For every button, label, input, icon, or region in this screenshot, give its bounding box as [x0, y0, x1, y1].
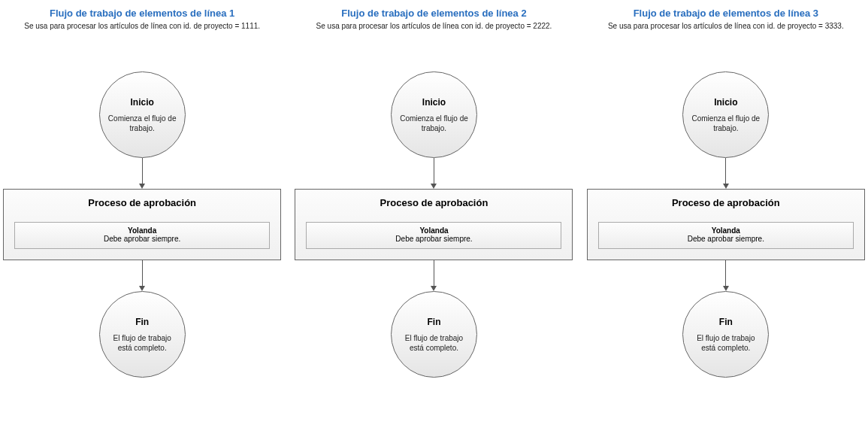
workflow-title: Flujo de trabajo de elementos de línea 3 [634, 8, 818, 19]
start-title: Inicio [714, 97, 737, 108]
start-title: Inicio [422, 97, 446, 108]
start-title: Inicio [130, 97, 153, 108]
end-title: Fin [135, 317, 149, 327]
approver-rule: Debe aprobar siempre. [599, 235, 853, 243]
approver-box: Yolanda Debe aprobar siempre. [14, 222, 270, 249]
end-text: El flujo de trabajo está completo. [689, 333, 762, 353]
workflow-subtitle: Se usa para procesar los artículos de lí… [316, 22, 552, 30]
workflow-row: Flujo de trabajo de elementos de línea 1… [0, 8, 868, 378]
start-node: Inicio Comienza el flujo de trabajo. [99, 71, 186, 158]
workflow-subtitle: Se usa para procesar los artículos de lí… [608, 22, 844, 30]
approval-process-box: Proceso de aprobación Yolanda Debe aprob… [295, 189, 573, 260]
approver-name: Yolanda [599, 226, 853, 235]
end-node: Fin El flujo de trabajo está completo. [682, 291, 769, 378]
start-text: Comienza el flujo de trabajo. [398, 114, 470, 133]
arrow-down-icon [723, 158, 729, 189]
process-title: Proceso de aprobación [672, 197, 780, 208]
end-title: Fin [427, 317, 440, 327]
end-node: Fin El flujo de trabajo está completo. [99, 291, 186, 378]
start-text: Comienza el flujo de trabajo. [106, 114, 179, 133]
end-text: El flujo de trabajo está completo. [398, 333, 470, 353]
process-title: Proceso de aprobación [88, 197, 196, 208]
process-title: Proceso de aprobación [380, 197, 488, 208]
approver-name: Yolanda [307, 226, 561, 235]
workflow-col-1: Flujo de trabajo de elementos de línea 1… [3, 8, 281, 378]
approver-rule: Debe aprobar siempre. [307, 235, 561, 243]
approver-rule: Debe aprobar siempre. [15, 235, 269, 243]
approver-name: Yolanda [15, 226, 269, 235]
end-title: Fin [719, 317, 733, 327]
arrow-down-icon [723, 260, 729, 291]
start-text: Comienza el flujo de trabajo. [689, 114, 762, 133]
approver-box: Yolanda Debe aprobar siempre. [306, 222, 561, 249]
arrow-down-icon [431, 158, 437, 189]
workflow-title: Flujo de trabajo de elementos de línea 1 [50, 8, 234, 19]
approver-box: Yolanda Debe aprobar siempre. [598, 222, 854, 249]
start-node: Inicio Comienza el flujo de trabajo. [391, 71, 477, 158]
end-node: Fin El flujo de trabajo está completo. [391, 291, 477, 378]
workflow-subtitle: Se usa para procesar los artículos de lí… [24, 22, 260, 30]
arrow-down-icon [139, 260, 145, 291]
arrow-down-icon [431, 260, 437, 291]
start-node: Inicio Comienza el flujo de trabajo. [682, 71, 769, 158]
workflow-title: Flujo de trabajo de elementos de línea 2 [341, 8, 526, 19]
workflow-col-2: Flujo de trabajo de elementos de línea 2… [295, 8, 573, 378]
approval-process-box: Proceso de aprobación Yolanda Debe aprob… [587, 189, 865, 260]
approval-process-box: Proceso de aprobación Yolanda Debe aprob… [3, 189, 281, 260]
workflow-col-3: Flujo de trabajo de elementos de línea 3… [587, 8, 865, 378]
arrow-down-icon [139, 158, 145, 189]
end-text: El flujo de trabajo está completo. [106, 333, 179, 353]
